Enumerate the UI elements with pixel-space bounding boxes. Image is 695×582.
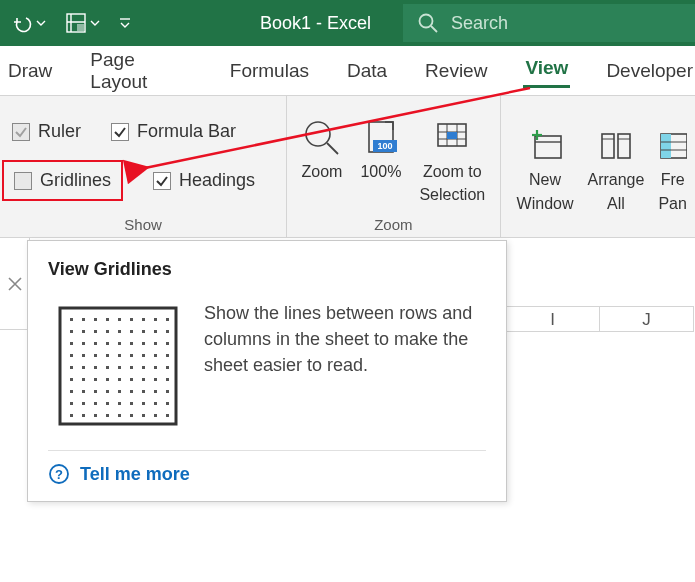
touch-mode-button[interactable] xyxy=(58,9,106,37)
formula-bar-checkbox[interactable]: Formula Bar xyxy=(111,121,236,142)
column-header-i[interactable]: I xyxy=(506,306,600,332)
search-box[interactable]: Search xyxy=(403,4,695,42)
tell-me-more-link[interactable]: ? Tell me more xyxy=(48,463,486,485)
svg-rect-21 xyxy=(618,134,630,158)
arrange-all-label2: All xyxy=(607,194,625,213)
arrange-all-button[interactable]: Arrange All xyxy=(587,126,644,212)
gridlines-label: Gridlines xyxy=(40,170,111,191)
gridlines-preview-icon xyxy=(58,306,178,426)
undo-button[interactable] xyxy=(6,9,52,37)
gridlines-checkbox[interactable]: Gridlines xyxy=(2,160,123,201)
freeze-panes-icon xyxy=(659,126,687,166)
svg-rect-29 xyxy=(70,318,73,321)
group-label-show: Show xyxy=(12,216,274,233)
page-100-icon: 100 xyxy=(361,118,401,158)
svg-rect-36 xyxy=(154,318,157,321)
svg-rect-79 xyxy=(130,378,133,381)
ruler-checkbox[interactable]: Ruler xyxy=(12,121,81,142)
svg-rect-68 xyxy=(106,366,109,369)
new-window-button[interactable]: New Window xyxy=(517,126,574,212)
new-window-label1: New xyxy=(529,170,561,189)
svg-rect-56 xyxy=(70,354,73,357)
svg-rect-16 xyxy=(535,136,561,158)
svg-rect-105 xyxy=(118,414,121,417)
svg-rect-92 xyxy=(70,402,73,405)
svg-rect-71 xyxy=(142,366,145,369)
svg-rect-50 xyxy=(106,342,109,345)
svg-rect-35 xyxy=(142,318,145,321)
title-bar: Book1 - Excel Search xyxy=(0,0,695,46)
close-icon xyxy=(7,276,23,292)
zoom-selection-button[interactable]: Zoom to Selection xyxy=(419,118,485,204)
tab-draw[interactable]: Draw xyxy=(6,56,54,86)
tab-developer[interactable]: Developer xyxy=(604,56,695,86)
ribbon-group-window: New Window Arrange All xyxy=(501,96,695,237)
svg-rect-34 xyxy=(130,318,133,321)
zoom-button[interactable]: Zoom xyxy=(302,118,343,181)
svg-rect-81 xyxy=(154,378,157,381)
svg-line-6 xyxy=(327,143,338,154)
svg-rect-88 xyxy=(130,390,133,393)
svg-text:?: ? xyxy=(55,467,63,482)
tooltip-description: Show the lines between rows and columns … xyxy=(204,300,486,426)
freeze-panes-label2: Pan xyxy=(658,194,686,213)
tab-view[interactable]: View xyxy=(523,53,570,88)
svg-rect-38 xyxy=(70,330,73,333)
ribbon-group-show: Ruler Formula Bar Gridlines xyxy=(0,96,287,237)
checkbox-icon xyxy=(111,123,129,141)
svg-rect-58 xyxy=(94,354,97,357)
svg-rect-48 xyxy=(82,342,85,345)
fx-close-button[interactable] xyxy=(0,238,30,330)
svg-rect-76 xyxy=(94,378,97,381)
zoom-selection-label1: Zoom to xyxy=(423,162,482,181)
headings-checkbox[interactable]: Headings xyxy=(153,170,255,191)
svg-rect-52 xyxy=(130,342,133,345)
column-header-j[interactable]: J xyxy=(600,306,694,332)
ruler-label: Ruler xyxy=(38,121,81,142)
headings-label: Headings xyxy=(179,170,255,191)
tab-formulas[interactable]: Formulas xyxy=(228,56,311,86)
svg-rect-86 xyxy=(106,390,109,393)
svg-rect-25 xyxy=(661,134,671,158)
freeze-panes-button[interactable]: Fre Pan xyxy=(658,126,686,212)
svg-rect-98 xyxy=(142,402,145,405)
svg-rect-80 xyxy=(142,378,145,381)
formula-bar-label: Formula Bar xyxy=(137,121,236,142)
svg-rect-63 xyxy=(154,354,157,357)
svg-rect-57 xyxy=(82,354,85,357)
svg-rect-78 xyxy=(118,378,121,381)
help-icon: ? xyxy=(48,463,70,485)
svg-rect-65 xyxy=(70,366,73,369)
tab-review[interactable]: Review xyxy=(423,56,489,86)
tooltip-title: View Gridlines xyxy=(48,259,486,280)
freeze-panes-label1: Fre xyxy=(661,170,685,189)
column-headers: I J xyxy=(506,306,695,332)
svg-rect-75 xyxy=(82,378,85,381)
checkbox-icon xyxy=(12,123,30,141)
group-label-zoom: Zoom xyxy=(299,216,487,233)
svg-rect-45 xyxy=(154,330,157,333)
checkbox-icon xyxy=(153,172,171,190)
divider xyxy=(48,450,486,451)
svg-rect-53 xyxy=(142,342,145,345)
svg-rect-33 xyxy=(118,318,121,321)
svg-line-4 xyxy=(431,26,437,32)
svg-rect-47 xyxy=(70,342,73,345)
ribbon-tabs: Draw Page Layout Formulas Data Review Vi… xyxy=(0,46,695,96)
arrange-all-label1: Arrange xyxy=(587,170,644,189)
tab-page-layout[interactable]: Page Layout xyxy=(88,45,193,97)
tab-data[interactable]: Data xyxy=(345,56,389,86)
svg-rect-46 xyxy=(166,330,169,333)
zoom-100-label: 100% xyxy=(360,162,401,181)
svg-rect-69 xyxy=(118,366,121,369)
qat-customize-button[interactable] xyxy=(112,9,138,37)
svg-rect-43 xyxy=(130,330,133,333)
svg-rect-62 xyxy=(142,354,145,357)
svg-rect-51 xyxy=(118,342,121,345)
svg-text:100: 100 xyxy=(377,141,392,151)
svg-rect-30 xyxy=(82,318,85,321)
svg-rect-31 xyxy=(94,318,97,321)
zoom-100-button[interactable]: 100 100% xyxy=(360,118,401,181)
app-title: Book1 - Excel xyxy=(260,13,371,34)
search-placeholder: Search xyxy=(451,13,508,34)
